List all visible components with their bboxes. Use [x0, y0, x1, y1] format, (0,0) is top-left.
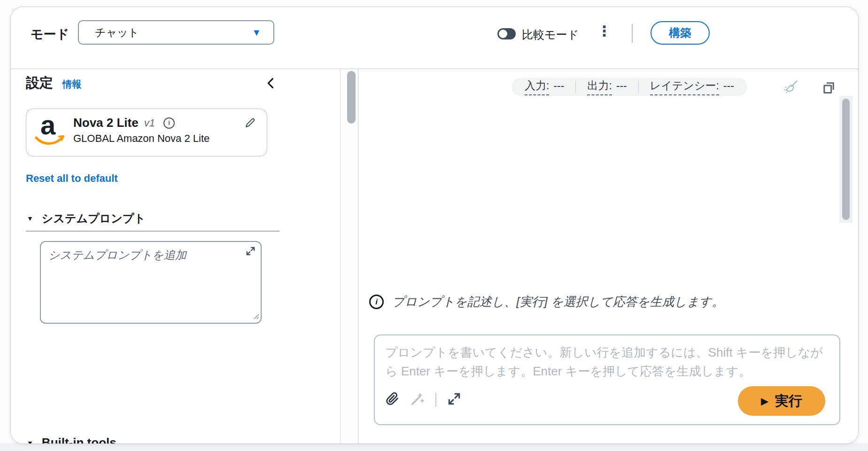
model-info-icon[interactable]: i: [163, 117, 175, 129]
metric-output-label[interactable]: 出力:: [587, 78, 612, 95]
metric-output-value: ---: [616, 79, 627, 92]
ellipsis-vertical-icon[interactable]: ⋮: [597, 24, 612, 39]
expand-prompt-button[interactable]: [447, 391, 462, 408]
empty-state-hint-text: プロンプトを記述し、[実行] を選択して応答を生成します。: [392, 294, 724, 310]
section-divider: [26, 231, 279, 232]
reset-all-link[interactable]: Reset all to default: [26, 172, 118, 185]
amazon-logo-icon: a: [35, 113, 66, 148]
empty-state-hint: i プロンプトを記述し、[実行] を選択して応答を生成します。: [369, 294, 724, 310]
chat-scrollbar-track: [839, 96, 852, 223]
playground-card: モード チャット ▼ 比較モード ⋮ 構築 設定 情報 a: [10, 7, 859, 444]
chat-panel-topline: [359, 71, 858, 71]
collapse-panel-button[interactable]: [264, 77, 278, 90]
expand-icon: [447, 391, 462, 408]
info-letter: i: [168, 119, 170, 126]
model-name: Nova 2 Lite: [73, 116, 139, 130]
metric-separator: [575, 81, 576, 93]
attach-file-button[interactable]: [385, 391, 400, 408]
mode-select-value: チャット: [95, 25, 139, 40]
top-bar: モード チャット ▼ 比較モード ⋮ 構築: [11, 7, 858, 69]
system-prompt-input[interactable]: [40, 241, 262, 324]
broom-icon: [782, 78, 799, 98]
expand-icon[interactable]: [245, 246, 256, 258]
compare-mode-toggle[interactable]: [497, 28, 516, 39]
prompt-input-box: ▶ 実行: [374, 334, 840, 425]
info-link[interactable]: 情報: [62, 78, 81, 91]
copy-button[interactable]: [822, 80, 836, 97]
topbar-divider: [632, 24, 633, 43]
chat-panel: 入力: --- 出力: --- レイテンシー: ---: [359, 69, 858, 443]
mode-label: モード: [31, 26, 69, 43]
metric-input-value: ---: [553, 79, 564, 92]
info-letter: i: [375, 297, 378, 307]
metric-latency-value: ---: [723, 79, 734, 92]
play-icon: ▶: [761, 396, 768, 406]
chat-scrollbar-thumb[interactable]: [842, 99, 850, 220]
magic-wand-icon: [410, 391, 425, 408]
model-version: v1: [144, 117, 155, 129]
mode-select[interactable]: チャット ▼: [78, 20, 274, 45]
toggle-knob: [499, 30, 507, 38]
settings-title: 設定: [26, 74, 53, 93]
page-background-strip: [0, 443, 868, 451]
build-button[interactable]: 構築: [651, 21, 710, 45]
run-button-label: 実行: [775, 392, 802, 411]
resize-handle-icon[interactable]: [253, 313, 259, 321]
metric-input: 入力: ---: [525, 78, 564, 95]
metric-output: 出力: ---: [587, 78, 627, 95]
clear-chat-button[interactable]: [782, 78, 799, 98]
compare-mode-label: 比較モード: [522, 27, 579, 42]
info-icon: i: [369, 295, 384, 309]
built-in-tools-title: Built-in tools: [42, 435, 116, 443]
run-button[interactable]: ▶ 実行: [738, 386, 825, 416]
pencil-icon: [244, 123, 256, 131]
prompt-input[interactable]: [375, 335, 839, 391]
metric-latency: レイテンシー: ---: [650, 78, 734, 95]
paperclip-icon: [385, 391, 400, 408]
chevron-left-icon: [264, 83, 278, 91]
model-description: GLOBAL Amazon Nova 2 Lite: [73, 132, 209, 145]
settings-panel: 設定 情報 a Nova 2 Lite v1 i: [11, 69, 358, 443]
prompt-toolbar: [385, 391, 462, 408]
caret-down-icon: ▼: [27, 440, 33, 444]
sidebar-scrollbar-thumb[interactable]: [347, 71, 356, 124]
toolbar-divider: [435, 393, 436, 407]
sidebar-scrollbar-track: [340, 69, 358, 443]
system-prompt-title: システムプロンプト: [42, 211, 146, 226]
metrics-bar: 入力: --- 出力: --- レイテンシー: ---: [512, 78, 747, 96]
system-prompt-section-header[interactable]: ▼ システムプロンプト: [27, 211, 146, 226]
metric-latency-label[interactable]: レイテンシー:: [650, 78, 719, 95]
edit-model-button[interactable]: [244, 117, 256, 131]
copy-icon: [822, 80, 836, 97]
built-in-tools-section-header[interactable]: ▼ Built-in tools: [27, 435, 116, 443]
model-card: a Nova 2 Lite v1 i GLOBAL Amazon Nova 2 …: [26, 109, 267, 156]
caret-down-icon: ▼: [27, 215, 33, 222]
metric-input-label[interactable]: 入力:: [525, 78, 549, 95]
caret-down-icon: ▼: [252, 28, 261, 37]
metric-separator: [638, 81, 639, 93]
prompt-optimize-button[interactable]: [410, 391, 425, 408]
